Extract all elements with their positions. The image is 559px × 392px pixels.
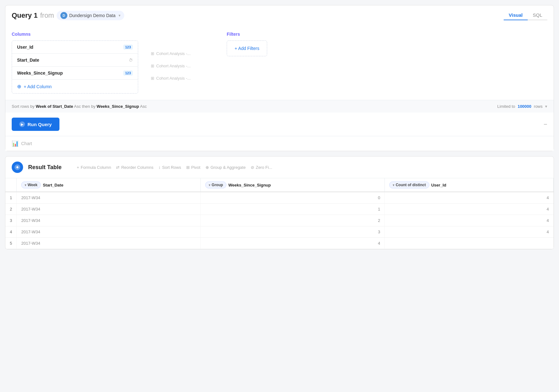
count-pill[interactable]: ▾ Count of distinct [389,181,429,188]
columns-label: Columns [12,32,138,37]
cell-userid: 4 [385,204,554,215]
columns-list: User_Id 123 Start_Date ⏱ Weeks [12,40,138,94]
source-label-3: ⊞ Cohort Analysis -... [151,72,214,84]
count-pill-chevron: ▾ [393,183,394,187]
row-num: 1 [5,192,17,204]
cell-group: 2 [201,215,385,226]
limit-number: 100000 [518,104,531,109]
plus-icon: + [77,165,79,170]
zero-fill-button[interactable]: ⊘ Zero Fi... [251,165,272,170]
cell-week: 2017-W34 [17,204,201,215]
pivot-icon: ⊞ [186,165,190,170]
source-label-2: ⊞ Cohort Analysis -... [151,60,214,72]
run-query-bar: ▶ Run Query − [5,113,554,136]
add-column-button[interactable]: ⊕ + Add Column [12,80,138,93]
sort-rows-button[interactable]: ↕ Sort Rows [158,165,181,170]
column-item-startdate[interactable]: Start_Date ⏱ [12,54,138,67]
cell-week: 2017-W34 [17,226,201,238]
week-pill[interactable]: ▾ Week [21,181,41,188]
col-name-weekssince: Weeks_Since_Signup [228,183,271,187]
column-type-weekssince: 123 [123,70,133,76]
datasource-chevron-icon: ▾ [119,13,120,18]
col-name-userid: User_Id [431,183,446,187]
column-item-userid[interactable]: User_Id 123 [12,41,138,54]
group-aggregate-button[interactable]: ⊕ Group & Aggregate [206,165,246,170]
table-body: 1 2017-W34 0 4 2 2017-W34 1 4 3 2017-W34… [5,192,554,249]
filters-section: Filters + Add Filters [227,32,547,94]
column-name-weekssince: Weeks_Since_Signup [17,70,63,76]
cell-group: 1 [201,204,385,215]
query-from-label: from [40,11,54,20]
view-tabs: Visual SQL [504,10,547,20]
source-labels: ⊞ Cohort Analysis -... ⊞ Cohort Analysis… [151,32,214,94]
chart-bar: 📊 Chart [5,136,554,151]
row-num: 4 [5,226,17,238]
result-section: Result Table + Formula Column ⇄ Reorder … [5,156,554,249]
table-row: 4 2017-W34 3 4 [5,226,554,238]
clock-icon: ⏱ [129,58,133,63]
add-filters-button[interactable]: + Add Filters [227,40,267,56]
datasource-badge[interactable]: D Dundersign Demo Data ▾ [57,11,124,20]
reorder-icon: ⇄ [116,165,120,170]
col-header-week: ▾ Week Start_Date [17,178,201,192]
table-icon-3: ⊞ [151,76,154,81]
column-type-startdate: ⏱ [129,58,133,63]
datasource-icon: D [60,12,67,19]
column-item-weekssince[interactable]: Weeks_Since_Signup 123 [12,67,138,80]
col-header-group: ▾ Group Weeks_Since_Signup [201,178,385,192]
group-icon: ⊕ [206,165,209,170]
table-row: 3 2017-W34 2 4 [5,215,554,226]
datasource-name: Dundersign Demo Data [69,13,115,18]
result-logo [12,162,23,173]
limit-area: Limited to 100000 rows ▾ [497,104,547,109]
sort-text: Sort rows by Week of Start_Date Asc then… [12,104,147,109]
columns-section: Columns User_Id 123 Start_Date ⏱ [12,32,138,94]
limit-chevron-icon[interactable]: ▾ [545,104,547,109]
sort-field-2: Weeks_Since_Signup [97,104,139,109]
tab-visual[interactable]: Visual [504,10,528,20]
col-name-startdate: Start_Date [43,183,63,187]
column-type-userid: 123 [123,45,133,50]
week-pill-chevron: ▾ [25,183,26,187]
result-header: Result Table + Formula Column ⇄ Reorder … [5,156,554,178]
table-row: 5 2017-W34 4 [5,238,554,249]
chart-bar-icon: 📊 [12,140,19,147]
query-panel: Query 1 from D Dundersign Demo Data ▾ Vi… [5,5,554,151]
cell-group: 0 [201,192,385,204]
table-row: 2 2017-W34 1 4 [5,204,554,215]
play-icon: ▶ [19,121,25,127]
cell-group: 3 [201,226,385,238]
pivot-button[interactable]: ⊞ Pivot [186,165,200,170]
table-icon-2: ⊞ [151,64,154,68]
logo-icon [14,164,21,170]
cell-userid [385,238,554,249]
cell-userid: 4 [385,192,554,204]
query-body: Columns User_Id 123 Start_Date ⏱ [5,25,554,100]
minimize-button[interactable]: − [544,121,547,128]
data-table: ▾ Week Start_Date ▾ Group [5,178,554,249]
zero-fill-icon: ⊘ [251,165,254,170]
source-label-1: ⊞ Cohort Analysis -... [151,47,214,60]
cell-userid: 4 [385,215,554,226]
formula-column-button[interactable]: + Formula Column [77,165,111,170]
run-query-button[interactable]: ▶ Run Query [12,118,59,131]
row-num: 2 [5,204,17,215]
cell-userid: 4 [385,226,554,238]
sort-field-1: Week of Start_Date [36,104,73,109]
filters-label: Filters [227,32,547,37]
column-name-startdate: Start_Date [17,58,39,63]
query-title-area: Query 1 from D Dundersign Demo Data ▾ [12,11,124,20]
group-pill[interactable]: ▾ Group [205,181,226,188]
table-icon-1: ⊞ [151,51,154,56]
type-badge-userid: 123 [123,45,133,50]
plus-circle-icon: ⊕ [17,83,21,89]
cell-week: 2017-W34 [17,215,201,226]
reorder-columns-button[interactable]: ⇄ Reorder Columns [116,165,153,170]
tab-sql[interactable]: SQL [528,10,547,20]
type-badge-weekssince: 123 [123,70,133,76]
run-query-label: Run Query [28,122,52,127]
cell-week: 2017-W34 [17,192,201,204]
cell-week: 2017-W34 [17,238,201,249]
row-num: 5 [5,238,17,249]
column-name-userid: User_Id [17,45,33,50]
